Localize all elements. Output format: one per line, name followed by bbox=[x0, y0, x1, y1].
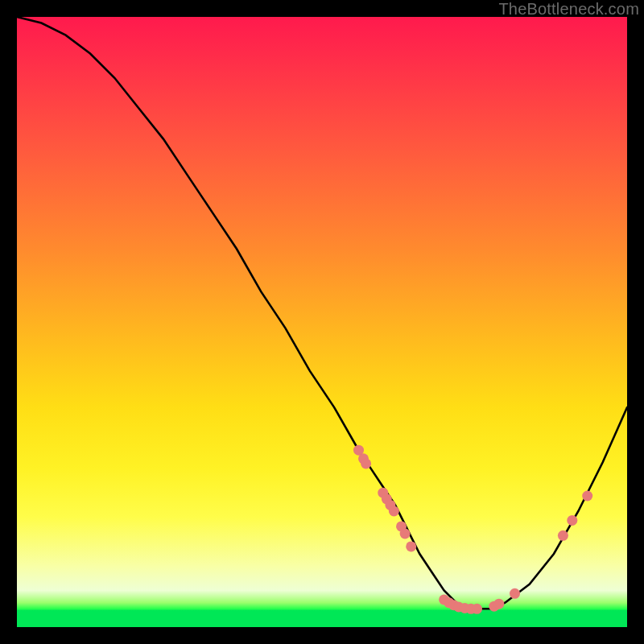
curve-marker bbox=[389, 506, 399, 517]
curve-marker bbox=[582, 491, 592, 502]
chart-frame: TheBottleneck.com bbox=[0, 0, 644, 644]
curve-marker bbox=[400, 529, 411, 539]
curve-marker bbox=[558, 530, 568, 541]
plot-area bbox=[17, 17, 627, 627]
curve-marker bbox=[567, 515, 577, 526]
curve-marker bbox=[472, 604, 482, 614]
curve-marker bbox=[510, 588, 520, 599]
chart-svg bbox=[17, 17, 627, 627]
curve-marker bbox=[406, 541, 416, 551]
curve-marker bbox=[361, 458, 371, 469]
curve-markers bbox=[353, 445, 592, 614]
watermark-text: TheBottleneck.com bbox=[498, 0, 639, 19]
bottleneck-curve bbox=[17, 17, 627, 609]
curve-marker bbox=[493, 599, 504, 609]
